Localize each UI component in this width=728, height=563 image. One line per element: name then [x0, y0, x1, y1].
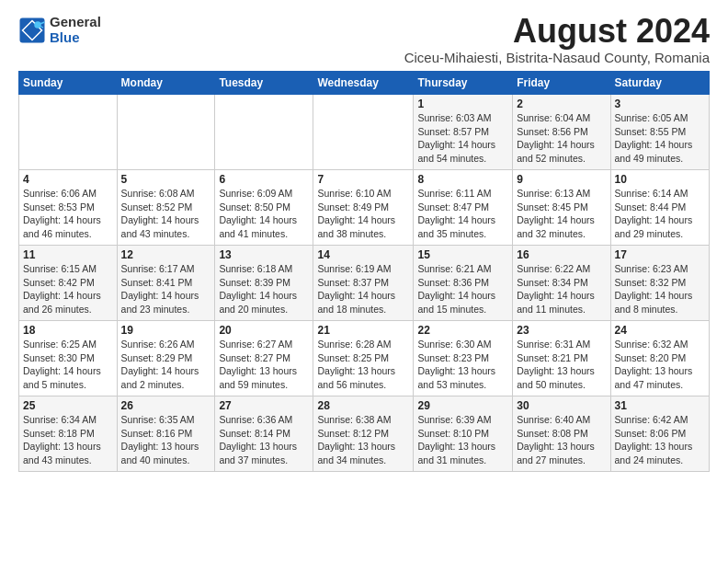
day-number: 16: [517, 248, 606, 261]
day-number: 1: [417, 98, 508, 110]
calendar-header-row: SundayMondayTuesdayWednesdayThursdayFrid…: [19, 72, 710, 95]
day-number: 8: [417, 173, 508, 186]
calendar-cell: 21Sunrise: 6:28 AM Sunset: 8:25 PM Dayli…: [313, 321, 414, 396]
day-info: Sunrise: 6:18 AM Sunset: 8:39 PM Dayligh…: [219, 262, 309, 316]
day-number: 10: [615, 173, 705, 186]
calendar-week-row: 4Sunrise: 6:06 AM Sunset: 8:53 PM Daylig…: [19, 170, 710, 246]
calendar-cell: 26Sunrise: 6:35 AM Sunset: 8:16 PM Dayli…: [117, 396, 215, 472]
day-number: 6: [219, 173, 309, 186]
day-info: Sunrise: 6:38 AM Sunset: 8:12 PM Dayligh…: [317, 413, 409, 467]
calendar-cell: 17Sunrise: 6:23 AM Sunset: 8:32 PM Dayli…: [610, 246, 709, 321]
day-number: 23: [517, 324, 606, 337]
day-info: Sunrise: 6:40 AM Sunset: 8:08 PM Dayligh…: [517, 413, 606, 467]
day-number: 24: [615, 324, 705, 337]
calendar-week-row: 11Sunrise: 6:15 AM Sunset: 8:42 PM Dayli…: [19, 246, 710, 321]
calendar-cell: 29Sunrise: 6:39 AM Sunset: 8:10 PM Dayli…: [414, 396, 513, 472]
day-number: 15: [417, 248, 508, 261]
calendar-cell: 10Sunrise: 6:14 AM Sunset: 8:44 PM Dayli…: [610, 170, 709, 246]
day-of-week-header: Monday: [117, 72, 215, 95]
day-number: 30: [517, 399, 606, 412]
day-of-week-header: Wednesday: [313, 72, 414, 95]
location: Ciceu-Mihaiesti, Bistrita-Nasaud County,…: [404, 50, 710, 65]
calendar-cell: 18Sunrise: 6:25 AM Sunset: 8:30 PM Dayli…: [19, 321, 118, 396]
day-number: 18: [23, 324, 113, 337]
calendar-cell: 25Sunrise: 6:34 AM Sunset: 8:18 PM Dayli…: [19, 396, 118, 472]
logo-general: General: [50, 15, 101, 30]
logo-area: General Blue: [18, 15, 101, 45]
day-number: 19: [121, 324, 211, 337]
day-info: Sunrise: 6:30 AM Sunset: 8:23 PM Dayligh…: [417, 338, 508, 392]
day-info: Sunrise: 6:31 AM Sunset: 8:21 PM Dayligh…: [517, 338, 606, 392]
calendar-cell: 23Sunrise: 6:31 AM Sunset: 8:21 PM Dayli…: [513, 321, 610, 396]
day-info: Sunrise: 6:03 AM Sunset: 8:57 PM Dayligh…: [417, 111, 508, 166]
title-area: August 2024 Ciceu-Mihaiesti, Bistrita-Na…: [404, 15, 710, 65]
day-info: Sunrise: 6:19 AM Sunset: 8:37 PM Dayligh…: [317, 262, 409, 316]
logo-text: General Blue: [50, 15, 101, 45]
calendar-cell: 3Sunrise: 6:05 AM Sunset: 8:55 PM Daylig…: [610, 95, 709, 170]
day-number: 20: [219, 324, 309, 337]
calendar-cell: 14Sunrise: 6:19 AM Sunset: 8:37 PM Dayli…: [313, 246, 414, 321]
day-of-week-header: Thursday: [414, 72, 513, 95]
day-number: 9: [517, 173, 606, 186]
calendar-cell: 12Sunrise: 6:17 AM Sunset: 8:41 PM Dayli…: [117, 246, 215, 321]
day-info: Sunrise: 6:28 AM Sunset: 8:25 PM Dayligh…: [317, 338, 409, 392]
day-number: 5: [121, 173, 211, 186]
day-info: Sunrise: 6:05 AM Sunset: 8:55 PM Dayligh…: [615, 111, 705, 166]
day-info: Sunrise: 6:10 AM Sunset: 8:49 PM Dayligh…: [317, 187, 409, 241]
day-number: 26: [121, 399, 211, 412]
calendar-cell: 4Sunrise: 6:06 AM Sunset: 8:53 PM Daylig…: [19, 170, 118, 246]
calendar-cell: 6Sunrise: 6:09 AM Sunset: 8:50 PM Daylig…: [215, 170, 313, 246]
day-number: 31: [615, 399, 705, 412]
calendar-cell: 27Sunrise: 6:36 AM Sunset: 8:14 PM Dayli…: [215, 396, 313, 472]
header: General Blue August 2024 Ciceu-Mihaiesti…: [18, 15, 710, 65]
calendar-cell: [19, 95, 118, 170]
calendar-cell: 19Sunrise: 6:26 AM Sunset: 8:29 PM Dayli…: [117, 321, 215, 396]
calendar-cell: 9Sunrise: 6:13 AM Sunset: 8:45 PM Daylig…: [513, 170, 610, 246]
day-number: 22: [417, 324, 508, 337]
day-info: Sunrise: 6:23 AM Sunset: 8:32 PM Dayligh…: [615, 262, 705, 316]
calendar-cell: 28Sunrise: 6:38 AM Sunset: 8:12 PM Dayli…: [313, 396, 414, 472]
day-info: Sunrise: 6:39 AM Sunset: 8:10 PM Dayligh…: [417, 413, 508, 467]
day-number: 29: [417, 399, 508, 412]
day-number: 25: [23, 399, 113, 412]
logo-icon: [18, 17, 46, 44]
day-number: 14: [317, 248, 409, 261]
day-number: 7: [317, 173, 409, 186]
calendar-cell: [313, 95, 414, 170]
day-info: Sunrise: 6:25 AM Sunset: 8:30 PM Dayligh…: [23, 338, 113, 392]
calendar-cell: 20Sunrise: 6:27 AM Sunset: 8:27 PM Dayli…: [215, 321, 313, 396]
day-info: Sunrise: 6:17 AM Sunset: 8:41 PM Dayligh…: [121, 262, 211, 316]
day-info: Sunrise: 6:42 AM Sunset: 8:06 PM Dayligh…: [615, 413, 705, 467]
calendar-cell: [215, 95, 313, 170]
day-info: Sunrise: 6:35 AM Sunset: 8:16 PM Dayligh…: [121, 413, 211, 467]
day-info: Sunrise: 6:11 AM Sunset: 8:47 PM Dayligh…: [417, 187, 508, 241]
calendar-week-row: 25Sunrise: 6:34 AM Sunset: 8:18 PM Dayli…: [19, 396, 710, 472]
day-info: Sunrise: 6:14 AM Sunset: 8:44 PM Dayligh…: [615, 187, 705, 241]
day-number: 13: [219, 248, 309, 261]
day-info: Sunrise: 6:09 AM Sunset: 8:50 PM Dayligh…: [219, 187, 309, 241]
calendar-cell: 2Sunrise: 6:04 AM Sunset: 8:56 PM Daylig…: [513, 95, 610, 170]
day-info: Sunrise: 6:32 AM Sunset: 8:20 PM Dayligh…: [615, 338, 705, 392]
calendar-cell: 7Sunrise: 6:10 AM Sunset: 8:49 PM Daylig…: [313, 170, 414, 246]
day-number: 27: [219, 399, 309, 412]
day-info: Sunrise: 6:13 AM Sunset: 8:45 PM Dayligh…: [517, 187, 606, 241]
calendar-cell: 24Sunrise: 6:32 AM Sunset: 8:20 PM Dayli…: [610, 321, 709, 396]
calendar-cell: 22Sunrise: 6:30 AM Sunset: 8:23 PM Dayli…: [414, 321, 513, 396]
calendar-cell: 16Sunrise: 6:22 AM Sunset: 8:34 PM Dayli…: [513, 246, 610, 321]
calendar-cell: 15Sunrise: 6:21 AM Sunset: 8:36 PM Dayli…: [414, 246, 513, 321]
day-of-week-header: Tuesday: [215, 72, 313, 95]
day-number: 11: [23, 248, 113, 261]
day-number: 17: [615, 248, 705, 261]
day-info: Sunrise: 6:15 AM Sunset: 8:42 PM Dayligh…: [23, 262, 113, 316]
calendar-cell: 13Sunrise: 6:18 AM Sunset: 8:39 PM Dayli…: [215, 246, 313, 321]
day-number: 3: [615, 98, 705, 110]
day-of-week-header: Saturday: [610, 72, 709, 95]
day-number: 28: [317, 399, 409, 412]
calendar-week-row: 1Sunrise: 6:03 AM Sunset: 8:57 PM Daylig…: [19, 95, 710, 170]
calendar-cell: [117, 95, 215, 170]
day-number: 4: [23, 173, 113, 186]
page: General Blue August 2024 Ciceu-Mihaiesti…: [0, 0, 728, 481]
day-info: Sunrise: 6:34 AM Sunset: 8:18 PM Dayligh…: [23, 413, 113, 467]
calendar-cell: 5Sunrise: 6:08 AM Sunset: 8:52 PM Daylig…: [117, 170, 215, 246]
month-title: August 2024: [404, 15, 710, 48]
